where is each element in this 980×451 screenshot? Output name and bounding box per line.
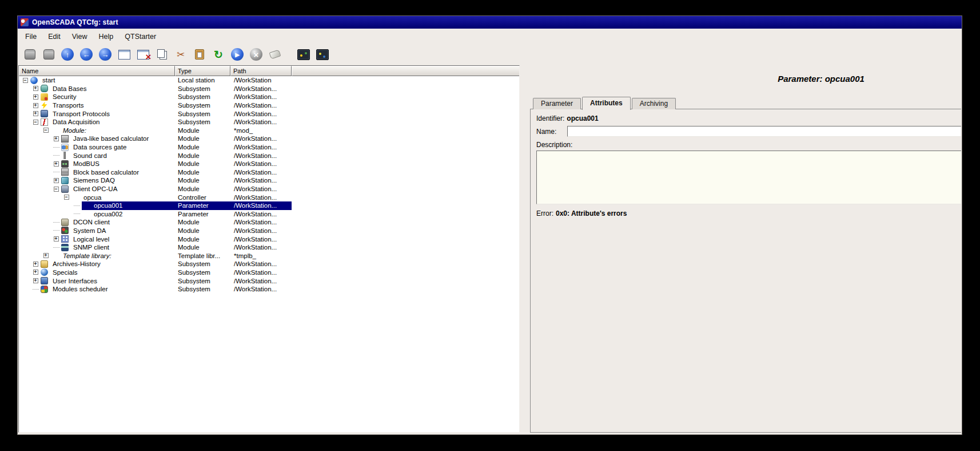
column-header-path[interactable]: Path [230, 66, 292, 76]
tree-expander[interactable]: + [30, 270, 41, 275]
tree-row[interactable]: +Transport ProtocolsSubsystem/WorkStatio… [19, 109, 519, 118]
tree-item-path: /WorkStation... [230, 276, 292, 285]
tree-item-name: +Archives-History [19, 260, 175, 268]
tree-expander[interactable]: + [41, 253, 51, 258]
tree-row[interactable]: +Java-like based calculatorModule/WorkSt… [19, 134, 519, 143]
tree-row[interactable]: +ModBUSModule/WorkStation... [19, 160, 519, 168]
tree-expander[interactable]: + [51, 161, 61, 167]
stop-icon [250, 48, 262, 61]
tree-row[interactable]: −startLocal station/WorkStation [19, 76, 519, 85]
stop-button[interactable] [248, 46, 265, 62]
column-header-type[interactable]: Type [175, 66, 230, 76]
tab-attributes[interactable]: Attributes [582, 97, 631, 110]
tree-item-type: Parameter [175, 210, 230, 219]
tree-item-type: Module [175, 218, 230, 227]
expander-plus-icon: + [54, 236, 59, 242]
tree-item-content: ModBUS [61, 160, 175, 168]
tree-item-path: /WorkStation... [230, 168, 292, 177]
tree-row[interactable]: DCON clientModule/WorkStation... [19, 218, 519, 227]
refresh-button[interactable] [210, 46, 227, 62]
detail-panel-inner: Parameter: opcua001 ParameterAttributesA… [525, 65, 961, 433]
tree-expander[interactable]: + [51, 178, 61, 183]
tree-row[interactable]: Modules schedulerSubsystem/WorkStation..… [19, 285, 519, 294]
tree-expander[interactable]: + [51, 236, 61, 242]
tree-row[interactable]: +User InterfacesSubsystem/WorkStation... [19, 276, 519, 285]
tree-item-name: +Transport Protocols [19, 109, 175, 118]
tree-row[interactable]: opcua001Parameter/WorkStation... [19, 201, 519, 210]
tree-row[interactable]: +Template library:Template libr...*tmplb… [19, 251, 519, 260]
tree-expander[interactable]: − [61, 195, 71, 200]
logiclev-icon [61, 235, 69, 243]
menu-file[interactable]: File [19, 30, 42, 43]
tree-expander[interactable]: + [30, 94, 41, 100]
save-button[interactable] [40, 46, 57, 62]
forward-button[interactable] [97, 46, 114, 62]
qtstarter-module-2-button[interactable] [314, 46, 331, 62]
tree-row[interactable]: −Module:Module*mod_ [19, 126, 519, 135]
back-button[interactable] [78, 46, 95, 62]
load-button[interactable] [21, 46, 38, 62]
changes-button[interactable] [266, 46, 284, 62]
tree-row[interactable]: Block based calculatorModule/WorkStation… [19, 168, 519, 177]
tree-row[interactable]: −opcuaController/WorkStation... [19, 193, 519, 201]
tree-row[interactable]: +Data BasesSubsystem/WorkStation... [19, 85, 519, 93]
tree-expander[interactable]: + [30, 111, 41, 116]
toolbar-separator [285, 46, 293, 62]
tree-item-label: opcua001 [93, 202, 124, 209]
menu-edit[interactable]: Edit [42, 30, 66, 43]
tree-row[interactable]: Data sources gateModule/WorkStation... [19, 143, 519, 152]
tree-expander[interactable]: − [51, 187, 61, 192]
tree-expander[interactable]: − [41, 128, 51, 133]
tree-row[interactable]: opcua002Parameter/WorkStation... [19, 210, 519, 219]
tree-row[interactable]: +Siemens DAQModule/WorkStation... [19, 176, 519, 185]
tab-archiving[interactable]: Archiving [632, 98, 676, 109]
tree-row[interactable]: +SpecialsSubsystem/WorkStation... [19, 268, 519, 277]
titlebar[interactable]: OpenSCADA QTCfg: start [18, 16, 962, 29]
tree-row[interactable]: +Archives-HistorySubsystem/WorkStation..… [19, 260, 519, 268]
tree-row[interactable]: +SecuritySubsystem/WorkStation... [19, 93, 519, 101]
tree-item-path: /WorkStation... [230, 85, 292, 93]
menu-qtstarter[interactable]: QTStarter [119, 30, 162, 43]
systemda-icon [61, 227, 69, 234]
up-button[interactable] [59, 46, 76, 62]
tree-row[interactable]: −Data AcquisitionSubsystem/WorkStation..… [19, 118, 519, 126]
tree-expander[interactable]: + [30, 262, 41, 267]
tree-row[interactable]: −Client OPC-UAModule/WorkStation... [19, 185, 519, 193]
add-item-button[interactable] [115, 46, 133, 62]
expander-plus-icon: + [33, 111, 38, 116]
tree-item-content: Client OPC-UA [61, 185, 175, 193]
delete-item-button[interactable] [134, 46, 152, 62]
tree-expander[interactable]: + [51, 136, 61, 141]
tab-parameter[interactable]: Parameter [533, 98, 581, 109]
tree-item-type: Controller [175, 193, 230, 201]
name-input[interactable] [567, 126, 961, 137]
tree-row[interactable]: +TransportsSubsystem/WorkStation... [19, 101, 519, 110]
expander-minus-icon: − [54, 187, 59, 192]
tree-row[interactable]: SNMP clientModule/WorkStation... [19, 243, 519, 252]
tree-item-type: Local station [175, 76, 230, 85]
tree-expander[interactable]: − [30, 120, 41, 125]
tree-item-name: +Security [19, 93, 175, 101]
dcon-icon [61, 219, 69, 226]
tree-expander[interactable]: + [30, 86, 41, 91]
menu-view[interactable]: View [66, 30, 93, 43]
cut-button[interactable] [172, 46, 189, 62]
tree-row[interactable]: System DAModule/WorkStation... [19, 227, 519, 235]
description-input[interactable] [536, 151, 961, 204]
tree-row[interactable]: +Logical levelModule/WorkStation... [19, 235, 519, 243]
tree-expander[interactable]: + [30, 103, 41, 108]
qtstarter-module-1-button[interactable] [295, 46, 312, 62]
tree-expander[interactable]: − [20, 78, 30, 83]
tree-item-type: Module [175, 126, 230, 135]
splitter[interactable] [520, 65, 525, 433]
tree-expander[interactable]: + [30, 278, 41, 283]
column-header-name[interactable]: Name [19, 66, 175, 76]
copy-button[interactable] [153, 46, 170, 62]
paste-button[interactable] [191, 46, 208, 62]
app-icon [21, 18, 29, 26]
tree-row[interactable]: Sound cardModule/WorkStation... [19, 151, 519, 160]
tree-branch [51, 172, 61, 172]
tree-item-type: Module [175, 160, 230, 168]
start-button[interactable] [229, 46, 246, 62]
menu-help[interactable]: Help [93, 30, 119, 43]
